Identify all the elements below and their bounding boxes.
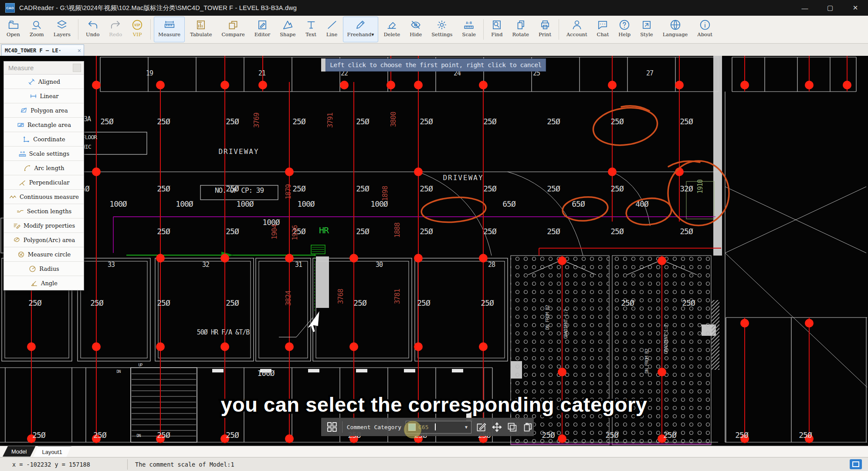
toolbar-item-label: Shape	[280, 31, 295, 38]
sheet-tab-strip: Model Layout1	[0, 446, 868, 457]
toolbar-item-open[interactable]: Open	[2, 17, 24, 42]
toolbar-item-settings[interactable]: Settings	[427, 17, 457, 42]
svg-text:3791: 3791	[326, 113, 334, 128]
toolbar-item-tabulate[interactable]: Tabulate	[186, 17, 216, 42]
toolbar-item-label: Layers	[54, 31, 71, 38]
toolbar-item-language[interactable]: Language	[658, 17, 692, 42]
document-tab-close-icon[interactable]: ✕	[75, 47, 84, 54]
svg-text:DN: DN	[137, 433, 141, 438]
measure-item-coordinate[interactable]: Coordinate	[4, 132, 84, 147]
toolbar-item-text[interactable]: Text	[301, 17, 321, 42]
toolbar-item-scale[interactable]: A:BScale	[458, 17, 481, 42]
toolbar-item-print[interactable]: Print	[534, 17, 556, 42]
measure-item-continuous-measure[interactable]: Continuous measure	[4, 190, 84, 204]
cad-viewport[interactable]: 25Ø25Ø25Ø25Ø25Ø25Ø25Ø25Ø25Ø25Ø25Ø25Ø25Ø2…	[0, 56, 868, 446]
copy-annotation-button[interactable]	[506, 421, 518, 433]
toolbar-item-label: Editor	[254, 31, 270, 38]
document-tab-label: MC4D_TOWER F — LE·	[2, 48, 75, 54]
status-bar: x = -102232 y = 157188 The comment scale…	[0, 457, 868, 471]
measure-item-angle[interactable]: Angle	[4, 276, 84, 290]
maximize-button[interactable]: ▢	[817, 0, 843, 16]
toolbar-item-style[interactable]: Style	[636, 17, 657, 42]
toolbar-item-layers[interactable]: Layers	[49, 17, 75, 42]
svg-text:100Ø: 100Ø	[297, 199, 315, 208]
measure-item-polygon-area[interactable]: Polygon area	[4, 103, 84, 118]
about-icon	[699, 19, 711, 31]
measure-item-arc-length[interactable]: Arc length	[4, 161, 84, 175]
language-icon	[670, 19, 681, 31]
svg-text:25Ø: 25Ø	[621, 298, 634, 307]
measure-item-linear[interactable]: Linear	[4, 89, 84, 103]
panel-search-box[interactable]	[73, 64, 81, 72]
cad-canvas[interactable]: 25Ø25Ø25Ø25Ø25Ø25Ø25Ø25Ø25Ø25Ø25Ø25Ø25Ø2…	[0, 56, 868, 446]
svg-text:DRIVEWAY: DRIVEWAY	[443, 174, 483, 182]
toolbar-item-freehand[interactable]: Freehand▾	[343, 17, 379, 42]
toolbar-item-label: Measure	[158, 31, 180, 38]
toolbar-item-redo[interactable]: Redo	[105, 17, 126, 42]
settings-icon	[436, 19, 448, 31]
divider	[342, 421, 342, 433]
toolbar-item-compare[interactable]: Compare	[217, 17, 249, 42]
toolbar-item-rotate[interactable]: Rotate	[508, 17, 534, 42]
toolbar-item-find[interactable]: Find	[487, 17, 507, 42]
category-grid-icon[interactable]	[326, 420, 339, 433]
svg-text:25Ø: 25Ø	[481, 298, 494, 307]
cont-icon	[9, 193, 17, 201]
svg-text:GRADIENT 1:7: GRADIENT 1:7	[663, 324, 669, 354]
measure-panel-header: Measure	[4, 61, 84, 75]
tab-layout1[interactable]: Layout1	[33, 446, 71, 457]
measure-item-perpendicular[interactable]: Perpendicular	[4, 175, 84, 190]
measure-item-scale-settings[interactable]: A:BScale settings	[4, 147, 84, 161]
tab-model[interactable]: Model	[3, 446, 35, 457]
edit-annotation-button[interactable]	[475, 421, 487, 433]
toolbar-item-label: Zoom	[30, 31, 44, 38]
parking-ramp-panels	[511, 256, 711, 445]
toolbar-item-editor[interactable]: Editor	[250, 17, 275, 42]
toolbar-item-label: Print	[539, 31, 551, 38]
toolbar-item-hide[interactable]: Hide	[405, 17, 426, 42]
measure-item-section-lengths[interactable]: Section lengths	[4, 204, 84, 218]
toolbar-item-measure[interactable]: Measure	[154, 17, 185, 42]
toolbar-item-account[interactable]: Account	[562, 17, 592, 42]
svg-text:25Ø: 25Ø	[32, 430, 46, 440]
measure-item-radius[interactable]: Radius	[4, 262, 84, 276]
svg-text:25Ø: 25Ø	[420, 227, 433, 236]
radius-icon	[28, 265, 37, 273]
status-quickview-icon[interactable]	[850, 459, 862, 469]
measure-item-label: Aligned	[38, 78, 60, 85]
toolbar-item-delete[interactable]: Delete	[379, 17, 404, 42]
toolbar-item-help[interactable]: Help	[614, 17, 635, 42]
measure-item-polygon-arc-area[interactable]: Polygon(Arc) area	[4, 233, 84, 247]
comment-scale-text: The comment scale of Model:1	[135, 461, 234, 468]
paste-annotation-button[interactable]	[522, 421, 534, 433]
close-button[interactable]: ✕	[843, 0, 868, 16]
toolbar-item-undo[interactable]: Undo	[81, 17, 104, 42]
document-tab[interactable]: MC4D_TOWER F — LE· ✕	[1, 44, 84, 56]
toolbar-item-shape[interactable]: Shape	[275, 17, 300, 42]
svg-text:27: 27	[646, 69, 653, 77]
svg-text:25Ø: 25Ø	[28, 298, 42, 307]
move-annotation-button[interactable]	[491, 421, 503, 433]
toolbar-item-zoom[interactable]: Zoom	[25, 17, 48, 42]
hide-icon	[410, 19, 421, 31]
category-dropdown[interactable]: C65 ▼	[406, 421, 471, 433]
toolbar-item-chat[interactable]: Chat	[593, 17, 614, 42]
toolbar-item-line[interactable]: Line	[322, 17, 342, 42]
divider	[127, 459, 128, 470]
toolbar-item-label: Redo	[109, 31, 122, 38]
toolbar-item-about[interactable]: About	[693, 17, 717, 42]
measure-item-rectangle-area[interactable]: Rectangle area	[4, 118, 84, 132]
freehand-annotation	[625, 196, 673, 227]
measure-item-modify-properties[interactable]: Modify properties	[4, 218, 84, 233]
minimize-button[interactable]: —	[792, 0, 817, 16]
measure-item-aligned[interactable]: Aligned	[4, 75, 84, 89]
measure-item-measure-circle[interactable]: Measure circle	[4, 247, 84, 262]
aligned-icon	[27, 78, 36, 86]
svg-text:3768: 3768	[336, 289, 345, 304]
category-color-swatch	[408, 423, 416, 431]
text-icon	[305, 19, 317, 31]
svg-text:25Ø: 25Ø	[157, 117, 170, 126]
help-icon	[619, 19, 630, 31]
vip-icon: VIP	[132, 19, 143, 31]
toolbar-item-vip[interactable]: VIPVIP	[127, 17, 147, 42]
